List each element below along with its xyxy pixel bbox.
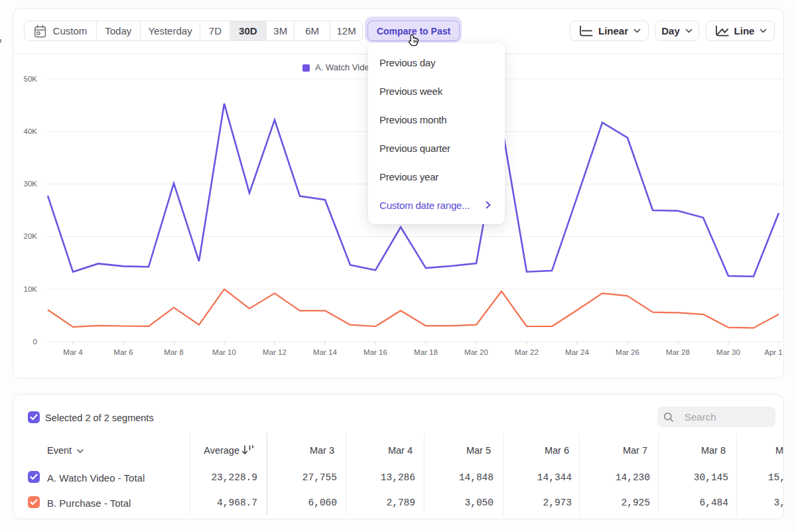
svg-text:Mar 20: Mar 20 <box>464 348 488 356</box>
svg-text:Mar 8: Mar 8 <box>164 348 183 356</box>
svg-text:Mar 10: Mar 10 <box>212 348 236 356</box>
svg-text:50K: 50K <box>24 75 38 83</box>
svg-text:30K: 30K <box>24 180 38 188</box>
svg-text:Mar 6: Mar 6 <box>113 348 133 356</box>
svg-text:20K: 20K <box>24 232 38 240</box>
svg-text:Mar 30: Mar 30 <box>716 348 740 356</box>
svg-text:10K: 10K <box>24 285 38 293</box>
svg-text:Mar 16: Mar 16 <box>364 348 387 356</box>
svg-text:Mar 22: Mar 22 <box>515 348 539 356</box>
svg-text:Mar 12: Mar 12 <box>263 348 287 356</box>
svg-text:Mar 14: Mar 14 <box>313 348 337 356</box>
svg-text:Mar 28: Mar 28 <box>666 348 690 356</box>
svg-text:40K: 40K <box>24 127 38 135</box>
svg-text:Mar 24: Mar 24 <box>565 348 589 356</box>
svg-text:0: 0 <box>33 338 37 346</box>
svg-text:Mar 26: Mar 26 <box>616 348 639 356</box>
svg-text:Apr 1: Apr 1 <box>764 348 783 356</box>
svg-text:Mar 18: Mar 18 <box>414 348 438 356</box>
svg-text:Mar 4: Mar 4 <box>63 348 83 356</box>
